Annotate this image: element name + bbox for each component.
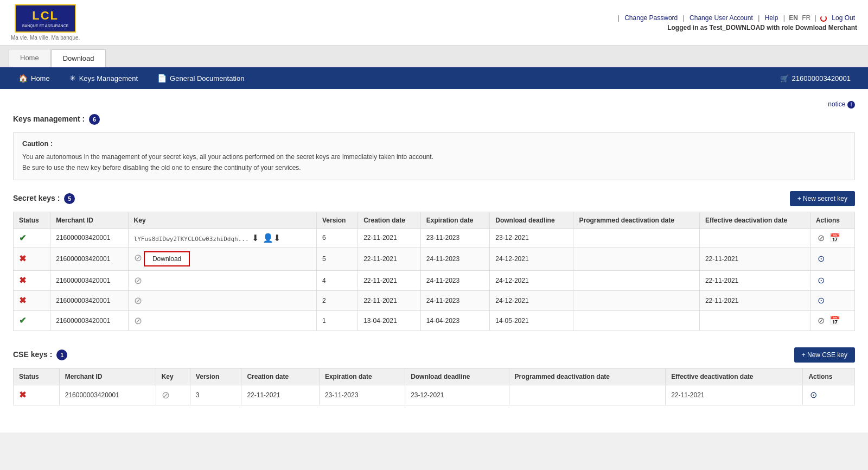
keys-management-title: Keys management : 6 [13,114,855,125]
keys-icon: ✳ [69,74,76,82]
creation-date-cell: 22-11-2021 [358,270,421,290]
actions-cell: ⊙ [803,385,855,405]
col-effective-deact: Effective deactivation date [666,368,803,385]
merchant-id-cell: 216000003420001 [50,228,128,247]
cse-keys-title: CSE keys : 1 [13,350,67,360]
nav-bar: 🏠 Home ✳ Keys Management 📄 General Docum… [0,67,868,89]
col-programmed-deact: Programmed deactivation date [573,212,699,228]
actions-cell: ⊙ [810,247,854,270]
table-row: ✖ 216000003420001 ⊘ 2 22-11-2021 24-11-2… [14,290,855,310]
programmed-deact-cell [573,290,699,310]
download-button[interactable]: Download [144,251,190,266]
check-circle-icon[interactable]: ⊙ [810,390,817,399]
nav-home-label: Home [31,74,50,82]
col-creation-date: Creation date [358,212,421,228]
lang-fr[interactable]: FR [802,14,810,22]
nav-bar-left: 🏠 Home ✳ Keys Management 📄 General Docum… [9,67,254,89]
col-programmed-deact: Programmed deactivation date [509,368,666,385]
help-link[interactable]: Help [765,14,778,22]
new-cse-key-button[interactable]: + New CSE key [794,347,855,363]
effective-deact-cell: 22-11-2021 [699,270,810,290]
caution-box: Caution : You are autonomous in the mana… [13,132,855,180]
status-cell: ✔ [14,228,50,247]
change-user-account-link[interactable]: Change User Account [690,14,753,22]
calendar-icon[interactable]: 📅 [829,233,840,243]
separator: | [683,14,685,22]
programmed-deact-cell [573,228,699,247]
separator: | [783,14,785,22]
programmed-deact-cell [573,247,699,270]
status-err-icon: ✖ [19,296,26,305]
col-creation-date: Creation date [241,368,320,385]
status-err-icon: ✖ [19,254,26,263]
col-version: Version [317,212,358,228]
notice-area: notice i [13,100,855,109]
key-value: lYFus8dIDwy2TKYCLOCw03zhiDdqh... [134,236,249,243]
col-actions: Actions [810,212,854,228]
logout-link[interactable]: Log Out [832,14,855,22]
download-person-icon[interactable]: 👤⬇ [263,233,280,243]
check-circle-icon[interactable]: ⊙ [818,296,825,305]
programmed-deact-cell [573,310,699,331]
notice-link[interactable]: notice [828,100,845,108]
nav-general-docs[interactable]: 📄 General Documentation [148,67,254,89]
version-cell: 1 [317,310,358,331]
creation-date-cell: 22-11-2021 [358,228,421,247]
separator: | [814,14,816,22]
download-deadline-cell: 14-05-2021 [490,310,573,331]
expiration-date-cell: 23-11-2023 [319,385,405,405]
secret-keys-count-badge: 5 [64,193,75,204]
tab-home[interactable]: Home [9,49,50,67]
secret-keys-title: Secret keys : 5 [13,193,75,204]
caution-line-1: You are autonomous in the management of … [22,152,846,162]
secret-keys-header: Secret keys : 5 + New secret key [13,191,855,206]
nav-keys-label: Keys Management [79,74,138,82]
col-expiration-date: Expiration date [319,368,405,385]
cse-keys-table: Status Merchant ID Key Version Creation … [13,368,855,405]
disable-icon[interactable]: ⊘ [818,233,825,243]
status-err-icon: ✖ [19,276,26,285]
status-cell: ✔ [14,310,50,331]
status-ok-icon: ✔ [19,233,26,243]
version-cell: 2 [317,290,358,310]
creation-date-cell: 13-04-2021 [358,310,421,331]
key-placeholder: ⊘ [134,295,142,306]
merchant-id-cell: 216000003420001 [59,385,156,405]
download-key-icon[interactable]: ⬇ [252,233,259,243]
logged-in-text: Logged in as Test_DOWNLOAD with role Dow… [617,24,857,31]
logo-box: LCL BANQUE ET ASSURANCE [15,4,76,33]
col-status: Status [14,212,50,228]
key-cell: ⊘ [156,385,190,405]
cse-keys-header: CSE keys : 1 + New CSE key [13,347,855,363]
expiration-date-cell: 24-11-2023 [420,247,489,270]
change-password-link[interactable]: Change Password [624,14,678,22]
calendar-icon[interactable]: 📅 [829,316,840,325]
expiration-date-cell: 14-04-2023 [420,310,489,331]
notice-info-icon: i [847,101,855,109]
table-row: ✔ 216000003420001 lYFus8dIDwy2TKYCLOCw03… [14,228,855,247]
key-cell: ⊘ Download [128,247,316,270]
logo-tagline: Ma vie. Ma ville. Ma banque. [11,35,80,41]
top-header: LCL BANQUE ET ASSURANCE Ma vie. Ma ville… [0,0,868,46]
effective-deact-cell: 22-11-2021 [699,290,810,310]
status-err-icon: ✖ [19,390,26,399]
nav-keys-management[interactable]: ✳ Keys Management [60,67,148,89]
key-placeholder: ⊘ [134,252,142,263]
tab-download[interactable]: Download [52,49,106,67]
top-right: | Change Password | Change User Account … [617,14,857,31]
col-actions: Actions [803,368,855,385]
disable-icon[interactable]: ⊘ [818,316,825,325]
new-secret-key-button[interactable]: + New secret key [790,191,855,206]
nav-docs-label: General Documentation [170,74,244,82]
nav-merchant-id: 🛒 216000003420001 [771,68,859,89]
key-placeholder: ⊘ [134,275,142,286]
check-circle-icon[interactable]: ⊙ [818,254,825,263]
col-merchant-id: Merchant ID [59,368,156,385]
secret-keys-table: Status Merchant ID Key Version Creation … [13,212,855,331]
check-circle-icon[interactable]: ⊙ [818,276,825,285]
nav-home[interactable]: 🏠 Home [9,67,60,89]
col-effective-deact: Effective deactivation date [699,212,810,228]
expiration-date-cell: 24-11-2023 [420,270,489,290]
lang-en[interactable]: EN [789,14,798,22]
actions-cell: ⊙ [810,270,854,290]
